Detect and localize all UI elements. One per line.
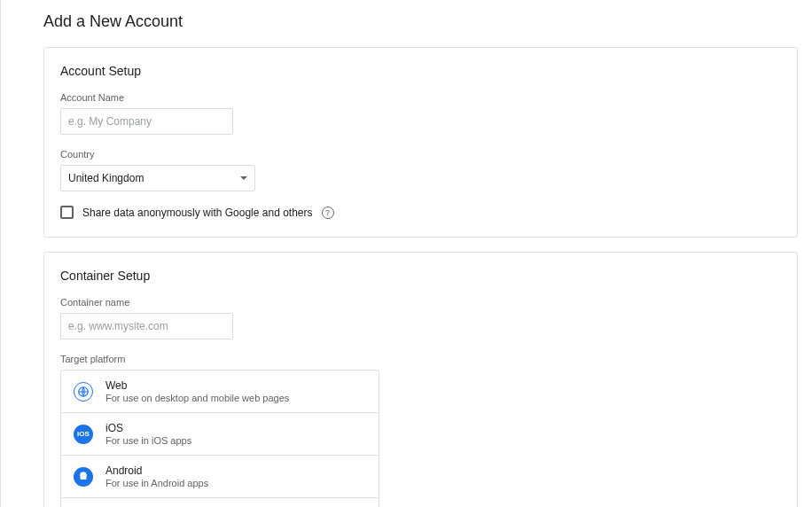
platform-list: Web For use on desktop and mobile web pa… <box>60 370 379 507</box>
platform-desc: For use in Android apps <box>105 478 366 488</box>
page-title: Add a New Account <box>43 12 798 31</box>
globe-icon <box>74 382 93 402</box>
platform-name: iOS <box>105 422 366 434</box>
platform-option-web[interactable]: Web For use on desktop and mobile web pa… <box>61 370 379 413</box>
platform-option-android[interactable]: Android For use in Android apps <box>61 456 379 498</box>
platform-option-amp[interactable]: AMP For use in Accelerated Mobile Pages <box>61 498 379 507</box>
android-icon <box>74 467 93 487</box>
platform-desc: For use in iOS apps <box>105 435 366 446</box>
platform-name: Web <box>105 379 366 392</box>
account-setup-title: Account Setup <box>60 64 781 78</box>
platform-option-ios[interactable]: iOS iOS For use in iOS apps <box>61 413 379 456</box>
container-setup-card: Container Setup Container name Target pl… <box>43 252 798 507</box>
platform-desc: For use on desktop and mobile web pages <box>105 393 366 403</box>
account-name-input[interactable] <box>60 108 233 135</box>
ios-icon: iOS <box>74 425 93 444</box>
country-label: Country <box>60 149 781 160</box>
help-icon[interactable]: ? <box>322 207 334 219</box>
platform-name: Android <box>105 464 366 477</box>
country-select[interactable]: United Kingdom <box>60 165 255 191</box>
share-data-checkbox[interactable] <box>60 206 74 219</box>
country-value: United Kingdom <box>68 172 144 184</box>
svg-rect-1 <box>81 475 87 479</box>
container-name-label: Container name <box>60 297 781 308</box>
container-setup-title: Container Setup <box>60 269 781 283</box>
chevron-down-icon <box>240 176 247 180</box>
container-name-input[interactable] <box>60 313 233 339</box>
account-name-label: Account Name <box>60 92 781 103</box>
target-platform-label: Target platform <box>60 354 781 364</box>
account-setup-card: Account Setup Account Name Country Unite… <box>43 47 798 238</box>
share-data-label: Share data anonymously with Google and o… <box>82 207 313 219</box>
